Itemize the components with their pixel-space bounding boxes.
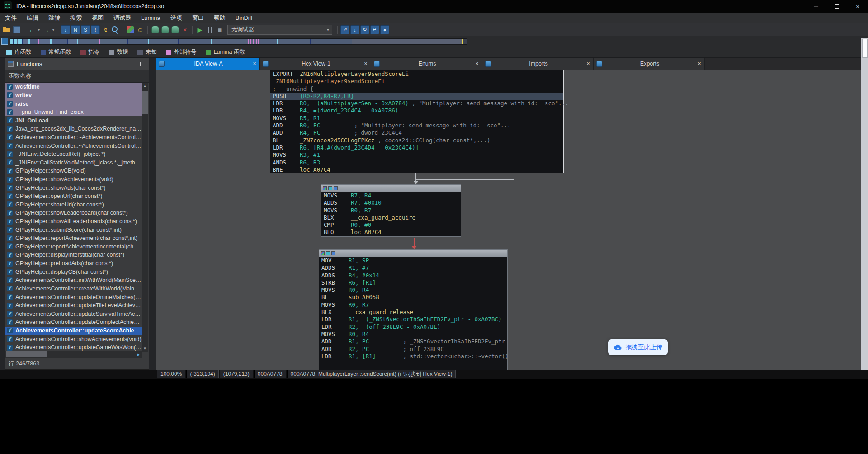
disasm-line[interactable]: LDRR1, =(_ZNSt6vectorIhSaIhEED2Ev_ptr - … [321,316,507,323]
close-icon[interactable]: × [361,61,371,67]
tab-hex-view-1[interactable]: Hex View-1× [260,58,371,70]
function-row[interactable]: fAchievementsController::updateSurvivalT… [5,309,142,318]
function-row[interactable]: fGPlayHelper::showCB(void) [5,167,142,175]
minimize-button[interactable]: ─ [806,0,826,13]
disasm-line[interactable]: ADDR4, PC ; dword_23C4C4 [273,129,563,136]
function-row[interactable]: fraise [5,99,142,108]
close-icon[interactable]: × [472,61,482,67]
function-row[interactable]: fGPlayHelper::openUrl(char const*) [5,192,142,201]
close-icon[interactable]: × [694,61,704,67]
debugger-combo[interactable]: 无调试器▾ [227,25,332,35]
upload-overlay-button[interactable]: 拖拽至此上传 [608,339,668,355]
search-icon[interactable] [110,25,120,35]
tab-imports[interactable]: Imports× [482,58,594,70]
function-row[interactable]: fAchievementsController::updateTileLevel… [5,301,142,310]
disasm-line[interactable]: MOVSR0, R7 [324,207,461,214]
run-until-return-icon[interactable]: ↵ [370,25,379,34]
disasm-line[interactable]: LDRR0, =(aMultiplayerSen - 0xA0784) ; "M… [273,100,563,107]
close-button[interactable]: × [847,0,868,13]
disasm-line[interactable]: MOVSR5, R1 [273,115,563,122]
menu-item-Lumina[interactable]: Lumina [136,13,165,23]
chevron-down-icon[interactable]: ▾ [324,25,332,34]
stop-icon[interactable]: ■ [215,25,225,35]
function-row[interactable]: fGPlayHelper::preLoadAds(char const*) [5,259,142,268]
graph-view[interactable]: EXPORT _ZN16MultiplayerLayer9sendScoreEi… [156,70,861,370]
disasm-line[interactable]: ADDR2, PC ; off_238E9C [321,346,507,353]
cancel-icon[interactable]: × [180,25,190,35]
function-row[interactable]: fGPlayHelper::submitScore(char const*,in… [5,225,142,234]
maximize-button[interactable] [826,0,847,13]
tab-ida-view-a[interactable]: IDA View-A× [156,58,260,70]
lumina-face-icon[interactable]: ☺ [135,25,145,35]
function-row[interactable]: fAchievementsController::updateScoreAchi… [5,327,142,335]
disasm-line[interactable]: ANDSR6, R3 [273,159,563,166]
menu-item-选项[interactable]: 选项 [165,13,187,23]
scroll-up-icon[interactable]: ▲ [142,83,148,89]
functions-panel-titlebar[interactable]: Functions [5,58,149,70]
function-row[interactable]: fAchievementsController::~AchievementsCo… [5,133,142,142]
attach-process-icon[interactable]: ↗ [340,25,349,34]
tab-enums[interactable]: Enums× [371,58,482,70]
functions-column-header[interactable]: 函数名称 [5,70,149,83]
back-history-icon[interactable]: ▾ [37,25,41,35]
disasm-line[interactable]: BLX__cxa_guard_release [321,309,507,316]
basic-block-guard[interactable]: MOVSR7, R4ADDSR7, #0x10MOVSR0, R7BLX__cx… [321,184,461,237]
disasm-line[interactable]: ADDSR4, #0x14 [321,272,507,279]
menu-item-视图[interactable]: 视图 [87,13,108,23]
main-vscroll-thumb[interactable] [862,39,868,58]
block-edit-icon[interactable] [328,186,332,190]
function-row[interactable]: fAchievementsController::~AchievementsCo… [5,141,142,150]
disasm-line[interactable]: ADDR1, PC ; _ZNSt6vectorIhSaIhEED2Ev_ptr [321,338,507,345]
scroll-right-icon[interactable]: ▸ [135,351,142,358]
function-row[interactable]: fJava_org_cocos2dx_lib_Cocos2dxRenderer_… [5,125,142,133]
disasm-line[interactable]: MOVSR0, R4 [321,331,507,338]
navband-dock-icon[interactable] [1,38,8,45]
jump-name-icon[interactable]: N [71,25,80,34]
pause-icon[interactable] [205,25,215,35]
disasm-line[interactable]: LDRR1, [R1] ; std::vector<uchar>::~vecto… [321,353,507,360]
disasm-line[interactable]: BLsub_A0058 [321,294,507,301]
function-row[interactable]: fGPlayHelper::showAds(char const*) [5,183,142,192]
step-into-icon[interactable]: ↓ [350,25,359,34]
database-save-icon[interactable] [160,25,170,35]
function-row[interactable]: fAchievementsController::showAchievement… [5,335,142,343]
menu-item-跳转[interactable]: 跳转 [43,13,65,23]
disasm-line[interactable]: BEQloc_A07C4 [324,229,461,236]
disasm-line[interactable]: BNEloc_A07C4 [273,166,563,173]
disasm-line[interactable]: ; __unwind { [273,85,563,93]
function-row[interactable]: fGPlayHelper::displayCB(char const*) [5,267,142,276]
disasm-line[interactable]: EXPORT _ZN16MultiplayerLayer9sendScoreEi [273,70,563,78]
function-row[interactable]: fJNI_OnLoad [5,116,142,125]
jump-segment-icon[interactable]: S [81,25,90,34]
function-row[interactable]: fGPlayHelper::displayInterstitial(char c… [5,251,142,259]
disasm-line[interactable]: PUSH{R0-R2,R4-R7,LR} [270,93,563,100]
disasm-line[interactable]: MOVSR0, R4 [321,286,507,294]
function-row[interactable]: fAchievementsController::createWithWorld… [5,285,142,293]
function-row[interactable]: fGPlayHelper::shareUrl(char const*) [5,201,142,209]
hscroll-thumb[interactable] [6,351,47,357]
colors-icon[interactable] [125,25,135,35]
breakpoint-list-icon[interactable]: ● [380,25,389,34]
jump-problem-icon[interactable]: ! [91,25,100,34]
function-row[interactable]: fAchievementsController::initWithWorld(M… [5,276,142,285]
function-row[interactable]: fGPlayHelper::showLeaderboard(char const… [5,209,142,217]
jump-address-icon[interactable]: ↓ [61,25,70,34]
disasm-line[interactable]: LDRR2, =(off_238E9C - 0xA07BE) [321,323,507,331]
maximize-panel-icon[interactable] [138,61,146,68]
menu-item-文件[interactable]: 文件 [0,13,22,23]
close-icon[interactable]: × [583,61,593,67]
menu-item-搜索[interactable]: 搜索 [65,13,87,23]
disasm-line[interactable]: STRBR6, [R1] [321,279,507,286]
function-row[interactable]: fGPlayHelper::showAllLeaderboards(char c… [5,217,142,226]
menu-item-BinDiff[interactable]: BinDiff [231,13,258,23]
menu-item-帮助[interactable]: 帮助 [209,13,231,23]
disasm-line[interactable]: MOVR1, SP [321,257,507,264]
open-file-icon[interactable] [2,25,12,35]
tab-exports[interactable]: Exports× [594,58,705,70]
function-row[interactable]: f__gnu_Unwind_Find_exidx [5,108,142,117]
save-file-icon[interactable] [12,25,22,35]
block-group-icon[interactable] [334,186,338,190]
database-add-icon[interactable] [170,25,180,35]
function-row[interactable]: fAchievementsController::updateGameWasWo… [5,343,142,352]
disasm-line[interactable]: BL_ZN7cocos2d5CCLogEPKcz ; cocos2d::CCLo… [273,137,563,144]
